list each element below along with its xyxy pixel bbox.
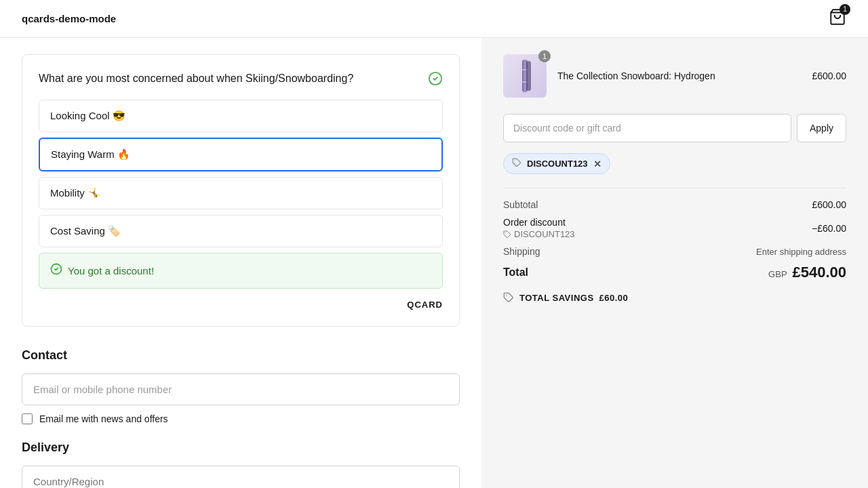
applied-discount-tag: DISCOUNT123 ✕ bbox=[503, 153, 610, 174]
discount-tag-icon bbox=[512, 158, 521, 169]
subtotal-label: Subtotal bbox=[503, 199, 538, 210]
success-check-icon bbox=[50, 263, 62, 279]
left-panel: What are you most concerned about when S… bbox=[0, 38, 481, 488]
shipping-value: Enter shipping address bbox=[756, 247, 846, 257]
total-label: Total bbox=[503, 266, 528, 279]
options-list: Looking Cool 😎 Staying Warm 🔥 Mobility 🤸… bbox=[39, 100, 443, 247]
newsletter-checkbox[interactable] bbox=[22, 413, 33, 424]
discount-code-row: Apply bbox=[503, 114, 846, 142]
svg-rect-7 bbox=[526, 61, 531, 91]
order-discount-row: Order discount DISCOUNT123 −£60.00 bbox=[503, 217, 846, 239]
product-snowboard-svg bbox=[513, 58, 537, 94]
option-staying-warm[interactable]: Staying Warm 🔥 bbox=[39, 138, 443, 171]
qcard-widget: What are you most concerned about when S… bbox=[22, 54, 460, 327]
header: qcards-demo-mode 1 bbox=[0, 0, 868, 38]
email-input[interactable] bbox=[22, 373, 460, 405]
delivery-title: Delivery bbox=[22, 441, 460, 455]
option-cost-saving[interactable]: Cost Saving 🏷️ bbox=[39, 215, 443, 247]
savings-row: TOTAL SAVINGS £60.00 bbox=[503, 292, 846, 303]
totals-section: Subtotal £600.00 Order discount DISCOUNT… bbox=[503, 188, 846, 257]
cart-button[interactable]: 1 bbox=[829, 8, 846, 30]
product-name: The Collection Snowboard: Hydrogen bbox=[557, 70, 801, 81]
discount-code-input[interactable] bbox=[503, 114, 791, 142]
savings-icon bbox=[503, 292, 514, 303]
main-layout: What are you most concerned about when S… bbox=[0, 38, 868, 488]
qcard-question: What are you most concerned about when S… bbox=[39, 71, 353, 86]
grand-total-row: Total GBP £540.00 bbox=[503, 264, 846, 281]
savings-value: £60.00 bbox=[599, 293, 629, 303]
order-discount-label: Order discount bbox=[503, 217, 575, 228]
product-price: £600.00 bbox=[812, 70, 846, 81]
discount-sub-icon bbox=[503, 230, 511, 239]
discount-code-text: DISCOUNT123 bbox=[527, 159, 588, 169]
subtotal-value: £600.00 bbox=[812, 199, 846, 210]
savings-label: TOTAL SAVINGS bbox=[519, 293, 594, 303]
discount-amount: −£60.00 bbox=[812, 223, 846, 234]
qcard-brand: QCARD bbox=[39, 300, 443, 310]
delivery-section: Delivery bbox=[22, 441, 460, 488]
option-mobility[interactable]: Mobility 🤸 bbox=[39, 177, 443, 209]
site-title: qcards-demo-mode bbox=[22, 13, 116, 24]
product-image-wrap: 1 bbox=[503, 54, 547, 98]
total-value: £540.00 bbox=[792, 264, 846, 281]
contact-title: Contact bbox=[22, 348, 460, 363]
svg-rect-4 bbox=[524, 60, 526, 92]
right-panel: 1 The Collection Snowboard: Hydrogen £60… bbox=[481, 38, 868, 488]
cart-count: 1 bbox=[840, 4, 850, 15]
discount-success-message: You got a discount! bbox=[39, 253, 443, 289]
shipping-label: Shipping bbox=[503, 246, 540, 257]
subtotal-row: Subtotal £600.00 bbox=[503, 199, 846, 210]
product-quantity-badge: 1 bbox=[538, 50, 551, 62]
total-currency: GBP bbox=[768, 269, 787, 279]
shipping-row: Shipping Enter shipping address bbox=[503, 246, 846, 257]
newsletter-label: Email me with news and offers bbox=[39, 413, 168, 424]
qcard-check-icon bbox=[428, 71, 443, 89]
option-looking-cool[interactable]: Looking Cool 😎 bbox=[39, 100, 443, 132]
apply-button[interactable]: Apply bbox=[797, 114, 846, 142]
newsletter-row: Email me with news and offers bbox=[22, 413, 460, 424]
discount-code-sub-label: DISCOUNT123 bbox=[514, 229, 575, 239]
remove-discount-button[interactable]: ✕ bbox=[593, 159, 601, 169]
country-input[interactable] bbox=[22, 466, 460, 488]
product-row: 1 The Collection Snowboard: Hydrogen £60… bbox=[503, 54, 846, 98]
contact-section: Contact Email me with news and offers bbox=[22, 348, 460, 424]
